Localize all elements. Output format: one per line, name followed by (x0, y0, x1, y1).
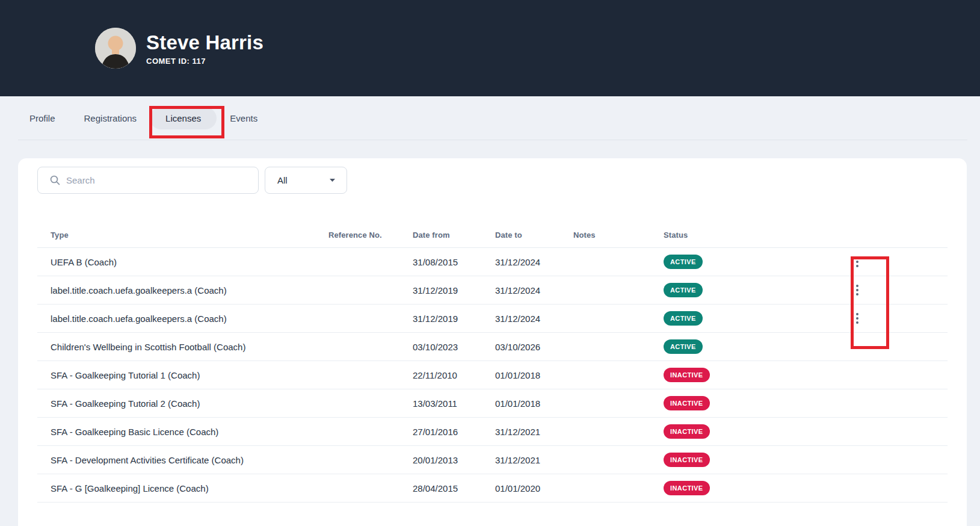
table-header-row: Type Reference No. Date from Date to Not… (37, 205, 948, 248)
license-date-to: 01/01/2020 (495, 483, 573, 494)
column-header-status: Status (664, 231, 854, 240)
license-date-to: 31/12/2024 (495, 314, 573, 324)
license-status-cell: INACTIVE (664, 396, 854, 410)
license-type: SFA - Development Activities Certificate… (37, 455, 328, 465)
tab-profile[interactable]: Profile (29, 107, 55, 129)
license-date-from: 13/03/2011 (413, 398, 495, 409)
license-status-cell: ACTIVE (664, 283, 854, 297)
license-type: Children's Wellbeing in Scottish Footbal… (37, 342, 328, 352)
column-header-reference: Reference No. (328, 231, 413, 240)
license-status-cell: ACTIVE (664, 255, 854, 269)
license-status-cell: INACTIVE (664, 424, 854, 439)
column-header-notes: Notes (573, 231, 664, 240)
page-title: Steve Harris (146, 31, 263, 55)
license-date-to: 01/01/2018 (495, 370, 573, 380)
column-header-date-to: Date to (495, 231, 573, 240)
table-toolbar: All (37, 167, 948, 194)
status-badge: INACTIVE (664, 396, 710, 410)
license-date-to: 31/12/2021 (495, 427, 573, 437)
license-date-from: 22/11/2010 (413, 370, 495, 380)
table-row: SFA - Goalkeeping Tutorial 2 (Coach)13/0… (37, 389, 948, 418)
tab-bar: Profile Registrations Licenses Events (0, 96, 980, 140)
license-date-from: 31/08/2015 (413, 257, 495, 267)
license-status-cell: INACTIVE (664, 453, 854, 467)
tab-events[interactable]: Events (230, 107, 257, 129)
license-date-to: 31/12/2024 (495, 285, 573, 295)
license-type: SFA - Goalkeeping Basic Licence (Coach) (37, 427, 328, 437)
search-box[interactable] (37, 167, 259, 194)
filter-selected-value: All (277, 175, 288, 185)
status-badge: ACTIVE (664, 283, 703, 297)
license-date-to: 31/12/2021 (495, 455, 573, 465)
status-badge: INACTIVE (664, 453, 710, 467)
license-status-cell: ACTIVE (664, 339, 854, 354)
kebab-menu-icon[interactable] (854, 253, 864, 271)
table-row: UEFA B (Coach)31/08/201531/12/2024ACTIVE (37, 248, 948, 276)
table-row: SFA - Goalkeeping Basic Licence (Coach)2… (37, 418, 948, 446)
license-date-to: 03/10/2026 (495, 342, 573, 352)
license-date-from: 03/10/2023 (413, 342, 495, 352)
license-date-from: 31/12/2019 (413, 314, 495, 324)
status-badge: INACTIVE (664, 424, 710, 439)
table-row: Children's Wellbeing in Scottish Footbal… (37, 333, 948, 361)
licenses-panel: All Type Reference No. Date from Date to… (18, 158, 967, 526)
license-date-to: 01/01/2018 (495, 398, 573, 409)
status-badge: ACTIVE (664, 255, 703, 269)
column-header-type: Type (37, 231, 328, 240)
row-actions-cell (854, 309, 948, 327)
license-type: label.title.coach.uefa.goalkeepers.a (Co… (37, 314, 328, 324)
status-filter-dropdown[interactable]: All (265, 167, 347, 194)
tab-registrations[interactable]: Registrations (84, 107, 137, 129)
row-actions-cell (854, 281, 948, 299)
status-badge: INACTIVE (664, 368, 710, 382)
license-type: SFA - Goalkeeping Tutorial 2 (Coach) (37, 398, 328, 409)
status-badge: ACTIVE (664, 339, 703, 354)
avatar-photo (95, 28, 136, 69)
table-row: label.title.coach.uefa.goalkeepers.a (Co… (37, 305, 948, 333)
search-icon (50, 175, 60, 185)
status-badge: ACTIVE (664, 311, 703, 326)
tabs-divider (18, 140, 967, 140)
table-row: SFA - Goalkeeping Tutorial 1 (Coach)22/1… (37, 361, 948, 389)
chevron-down-icon (329, 178, 336, 182)
status-badge: INACTIVE (664, 481, 710, 495)
comet-id-label: COMET ID: 117 (146, 57, 263, 66)
license-type: SFA - G [Goalkeeping] Licence (Coach) (37, 483, 328, 494)
table-row: SFA - G [Goalkeeping] Licence (Coach)28/… (37, 474, 948, 503)
license-date-from: 28/04/2015 (413, 483, 495, 494)
license-status-cell: INACTIVE (664, 368, 854, 382)
license-type: UEFA B (Coach) (37, 257, 328, 267)
avatar (95, 28, 136, 69)
tab-licenses[interactable]: Licenses (150, 107, 217, 129)
license-status-cell: INACTIVE (664, 481, 854, 495)
profile-header: Steve Harris COMET ID: 117 (0, 0, 980, 96)
column-header-date-from: Date from (413, 231, 495, 240)
kebab-menu-icon[interactable] (854, 309, 864, 327)
table-body: UEFA B (Coach)31/08/201531/12/2024ACTIVE… (37, 248, 948, 503)
license-type: label.title.coach.uefa.goalkeepers.a (Co… (37, 285, 328, 295)
license-date-from: 20/01/2013 (413, 455, 495, 465)
license-status-cell: ACTIVE (664, 311, 854, 326)
kebab-menu-icon[interactable] (854, 281, 864, 299)
search-input[interactable] (66, 175, 250, 185)
table-row: SFA - Development Activities Certificate… (37, 446, 948, 474)
license-date-from: 31/12/2019 (413, 285, 495, 295)
license-type: SFA - Goalkeeping Tutorial 1 (Coach) (37, 370, 328, 380)
license-date-from: 27/01/2016 (413, 427, 495, 437)
row-actions-cell (854, 253, 948, 271)
table-row: label.title.coach.uefa.goalkeepers.a (Co… (37, 276, 948, 305)
license-date-to: 31/12/2024 (495, 257, 573, 267)
